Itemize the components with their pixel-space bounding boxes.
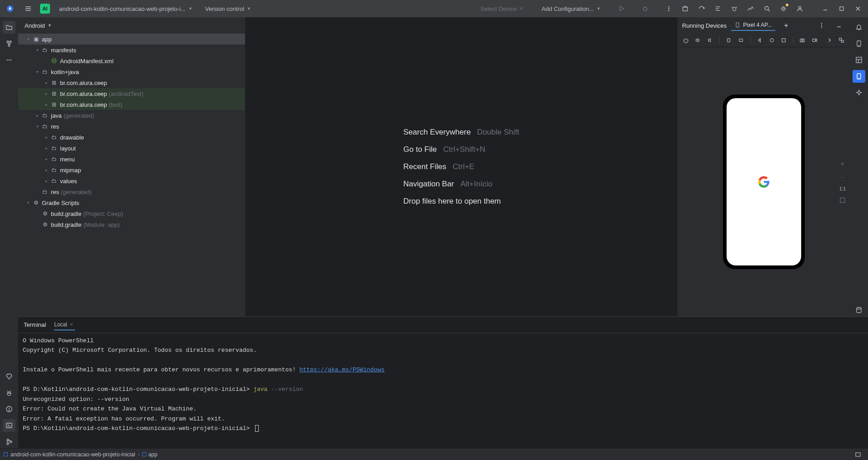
tree-node-java-generated[interactable]: ▸🗀java(generated)	[18, 110, 245, 121]
bug-icon[interactable]	[728, 2, 741, 15]
hint-search-shortcut: Double Shift	[477, 128, 519, 137]
back-button-icon[interactable]	[755, 34, 764, 47]
svg-point-36	[10, 393, 10, 393]
project-view-dropdown[interactable]: Android ▼	[18, 17, 245, 34]
debug-button[interactable]	[639, 2, 652, 15]
sync-icon[interactable]	[695, 2, 708, 15]
tree-node-res[interactable]: ▾🗀res	[18, 121, 245, 132]
run-config-label: Add Configuration...	[542, 5, 594, 12]
zoom-controls: + − 1:1	[838, 159, 847, 205]
tree-node-package-main[interactable]: ▸⊞br.com.alura.ceep	[18, 77, 245, 88]
minimize-window-button[interactable]	[819, 2, 832, 15]
rotate-left-icon[interactable]	[724, 34, 733, 47]
tree-node-values[interactable]: ▸🗀values	[18, 175, 245, 186]
svg-rect-51	[728, 39, 730, 42]
tree-node-layout[interactable]: ▸🗀layout	[18, 143, 245, 154]
overview-button-icon[interactable]	[779, 34, 788, 47]
record-icon[interactable]	[810, 34, 819, 47]
zoom-fit-button[interactable]	[838, 196, 847, 205]
volume-down-icon[interactable]	[705, 34, 715, 47]
svg-point-27	[10, 41, 11, 43]
select-device-dropdown[interactable]: Select Device ▼	[477, 4, 527, 14]
app-logo-icon[interactable]	[4, 2, 16, 15]
account-icon[interactable]	[793, 2, 806, 15]
close-icon[interactable]: ×	[70, 321, 73, 328]
code-format-icon[interactable]	[712, 2, 724, 15]
search-icon[interactable]	[761, 2, 773, 15]
settings-icon[interactable]	[777, 2, 790, 15]
panel-more-icon[interactable]	[815, 19, 828, 32]
svg-rect-60	[840, 198, 845, 203]
tree-node-package-androidtest[interactable]: ▸⊞br.com.alura.ceep(androidTest)	[18, 88, 245, 99]
tree-node-drawable[interactable]: ▸🗀drawable	[18, 132, 245, 143]
project-tool-icon[interactable]	[3, 21, 15, 34]
chevron-down-icon: ▼	[48, 23, 52, 28]
rotate-right-icon[interactable]	[736, 34, 746, 47]
ai-assistant-tool-icon[interactable]	[853, 86, 865, 99]
zoom-in-button[interactable]: +	[838, 159, 847, 168]
tree-node-app[interactable]: ▾▣app	[18, 34, 245, 45]
profiler-icon[interactable]	[744, 2, 757, 15]
panel-minimize-icon[interactable]	[833, 19, 845, 32]
build-icon[interactable]	[679, 2, 692, 15]
tree-node-build-gradle-project[interactable]: ▸⚙build.gradle(Project: Ceep)	[18, 208, 245, 219]
volume-up-icon[interactable]	[693, 34, 703, 47]
svg-rect-52	[739, 39, 743, 42]
tree-node-kotlin-java[interactable]: ▾🗀kotlin+java	[18, 66, 245, 77]
database-tool-icon[interactable]	[853, 304, 865, 316]
more-actions-button[interactable]	[662, 2, 675, 15]
tree-node-build-gradle-module[interactable]: ▸⚙build.gradle(Module :app)	[18, 219, 245, 230]
svg-point-49	[821, 27, 822, 28]
home-button-icon[interactable]	[767, 34, 777, 47]
breadcrumb-project[interactable]: android-com-kotlin-comunicacao-web-proje…	[10, 451, 135, 458]
more-tools-icon[interactable]	[3, 54, 15, 66]
zoom-out-button[interactable]: −	[838, 173, 847, 182]
emulator-viewport[interactable]: + − 1:1	[677, 47, 850, 316]
layout-inspector-tool-icon[interactable]	[853, 54, 865, 66]
vcs-tool-icon[interactable]	[3, 435, 15, 448]
run-button[interactable]	[615, 2, 628, 15]
maximize-window-button[interactable]	[835, 2, 848, 15]
phone-screen[interactable]	[727, 98, 801, 265]
power-icon[interactable]	[681, 34, 691, 47]
notifications-tool-icon[interactable]	[853, 21, 865, 34]
tree-node-res-generated[interactable]: ▸🗀res(generated)	[18, 186, 245, 197]
tree-node-gradle-scripts[interactable]: ▾⚙Gradle Scripts	[18, 197, 245, 208]
gems-tool-icon[interactable]	[3, 370, 15, 383]
hamburger-menu-icon[interactable]	[22, 2, 35, 15]
chevron-down-icon: ▼	[188, 6, 192, 11]
terminal-tool-icon[interactable]	[3, 419, 15, 432]
svg-line-19	[768, 10, 770, 11]
terminal-tab-local[interactable]: Local ×	[54, 320, 75, 330]
svg-point-33	[10, 60, 11, 60]
chevron-right-icon[interactable]	[825, 34, 834, 47]
editor-area[interactable]: Search EverywhereDouble Shift Go to File…	[246, 17, 677, 316]
zoom-reset-button[interactable]: 1:1	[839, 186, 846, 191]
close-window-button[interactable]	[852, 2, 864, 15]
tree-node-manifests[interactable]: ▾🗀manifests	[18, 45, 245, 55]
project-tree: ▾▣app ▾🗀manifests ▸ⓂAndroidManifest.xml …	[18, 34, 245, 316]
device-manager-tool-icon[interactable]	[853, 37, 865, 50]
svg-point-39	[9, 410, 9, 410]
terminal-output[interactable]: O Windows PowerShell Copyright (C) Micro…	[18, 333, 868, 448]
version-control-dropdown[interactable]: Version control ▼	[201, 4, 255, 14]
running-devices-tool-icon[interactable]	[853, 70, 865, 83]
add-device-button[interactable]	[780, 19, 793, 32]
tree-node-package-test[interactable]: ▸⊞br.com.alura.ceep(test)	[18, 99, 245, 110]
screenshot-icon[interactable]	[798, 34, 808, 47]
tree-node-menu[interactable]: ▸🗀menu	[18, 154, 245, 165]
powershell-link[interactable]: https://aka.ms/PSWindows	[300, 366, 385, 373]
problems-tool-icon[interactable]	[3, 403, 15, 415]
project-name-dropdown[interactable]: android-com-kotlin-comunicacao-web-proje…	[55, 4, 196, 14]
welcome-hints: Search EverywhereDouble Shift Go to File…	[403, 128, 519, 206]
resize-icon[interactable]	[837, 34, 846, 47]
device-tab[interactable]: Pixel 4 AP...	[731, 20, 775, 31]
device-tab-label: Pixel 4 AP...	[743, 22, 772, 28]
logcat-tool-icon[interactable]	[3, 386, 15, 399]
tree-node-mipmap[interactable]: ▸🗀mipmap	[18, 165, 245, 175]
tree-node-manifest-file[interactable]: ▸ⓂAndroidManifest.xml	[18, 55, 245, 66]
structure-tool-icon[interactable]	[3, 37, 15, 50]
breadcrumb-app[interactable]: app	[142, 451, 157, 458]
status-widget-icon[interactable]	[852, 448, 864, 460]
run-config-dropdown[interactable]: Add Configuration... ▼	[538, 4, 604, 14]
